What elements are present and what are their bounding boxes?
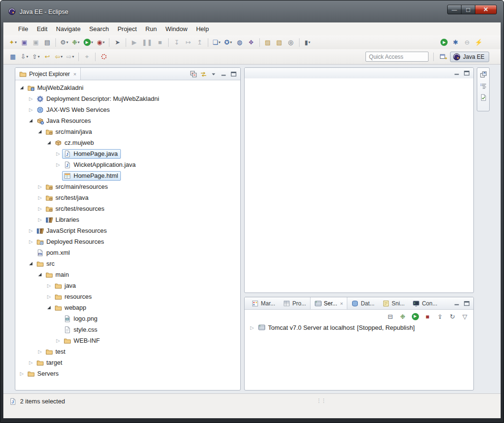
minimize-button[interactable] — [219, 69, 228, 78]
new-wizard-button[interactable]: ✦▾ — [8, 37, 18, 48]
tab-pro[interactable]: Pro... — [279, 297, 310, 309]
publish-server-button[interactable]: ⇪ — [435, 311, 445, 322]
expand-arrow-icon[interactable] — [18, 84, 25, 91]
import-archive-button[interactable]: ▧ — [274, 37, 285, 48]
new-servlet-button[interactable]: ❏▾ — [211, 37, 222, 48]
new-web-service-button[interactable]: ✪▾ — [223, 37, 234, 48]
bottom-minimize-button[interactable] — [452, 299, 461, 308]
new-folder-button[interactable]: ▨ — [263, 37, 273, 48]
run-button[interactable]: ▶▾ — [82, 37, 95, 48]
tab-con[interactable]: Con... — [408, 297, 441, 309]
menu-item-run[interactable]: Run — [141, 23, 161, 34]
debug-button[interactable]: ❉▾ — [71, 37, 81, 48]
tree-item[interactable]: java — [15, 280, 240, 291]
save-button[interactable]: ▣ — [19, 37, 30, 48]
maximize-button[interactable] — [229, 69, 238, 78]
collapse-arrow-icon[interactable] — [36, 348, 43, 355]
collapse-arrow-icon[interactable] — [36, 194, 43, 201]
tree-item[interactable]: src/test/resources — [15, 203, 240, 214]
restore-views-button[interactable] — [479, 70, 488, 79]
collapse-arrow-icon[interactable] — [45, 293, 53, 300]
task-list-view-button[interactable] — [479, 93, 488, 102]
tree-item[interactable]: mpom.xml — [15, 247, 240, 258]
tree-item[interactable]: main — [15, 269, 240, 280]
collapse-arrow-icon[interactable] — [27, 95, 34, 102]
expand-arrow-icon[interactable] — [27, 260, 34, 267]
close-window-button[interactable] — [475, 5, 497, 14]
expand-arrow-icon[interactable] — [36, 128, 43, 135]
collapse-arrow-icon[interactable] — [248, 324, 256, 331]
editor-minimize-button[interactable] — [452, 69, 461, 78]
menu-item-file[interactable]: File — [14, 23, 32, 34]
tree-item[interactable]: Deployment Descriptor: MujWebZakladni — [15, 93, 240, 104]
collapse-arrow-icon[interactable] — [54, 161, 62, 168]
print-button[interactable]: ▤ — [42, 37, 53, 48]
external-tools-button[interactable]: ⚙▾ — [59, 37, 70, 48]
maximize-window-button[interactable] — [461, 5, 475, 14]
open-perspective-button[interactable] — [439, 52, 448, 61]
bottom-maximize-button[interactable] — [462, 299, 471, 308]
menu-item-edit[interactable]: Edit — [32, 23, 52, 34]
tree-item[interactable]: src/main/java — [15, 126, 240, 137]
collapse-arrow-icon[interactable] — [45, 282, 53, 289]
tree-item[interactable]: WEB-INF — [15, 335, 240, 346]
view-menu-button[interactable]: ▽ — [460, 311, 470, 322]
previous-annotation-button[interactable]: ⇧▾ — [31, 52, 41, 62]
expand-arrow-icon[interactable] — [27, 117, 34, 124]
outline-view-button[interactable] — [479, 81, 488, 90]
tree-item[interactable]: logo.png — [15, 313, 240, 324]
clean-server-button[interactable]: ↻ — [447, 311, 458, 322]
tree-item[interactable]: JWicketApplication.java — [15, 159, 240, 170]
collapse-all-button[interactable]: ⊟ — [385, 311, 396, 322]
tree-item[interactable]: HomePage.html — [15, 170, 240, 181]
tab-sni[interactable]: Sni... — [378, 297, 408, 309]
markers-badge-button[interactable]: ▦ — [8, 52, 18, 62]
close-icon[interactable]: × — [340, 301, 343, 306]
more-toolbar-items-button[interactable]: ▮▾ — [302, 37, 313, 48]
run-on-server-button[interactable]: ▶ — [439, 37, 450, 48]
menu-item-window[interactable]: Window — [161, 23, 192, 34]
collapse-all-button[interactable] — [189, 69, 198, 78]
menu-item-help[interactable]: Help — [192, 23, 213, 34]
tab-dat[interactable]: Dat... — [347, 297, 378, 309]
menu-item-search[interactable]: Search — [85, 23, 113, 34]
web-browser-button[interactable]: ◍ — [235, 37, 245, 48]
expand-arrow-icon[interactable] — [45, 139, 53, 146]
tree-item[interactable]: style.css — [15, 324, 240, 335]
collapse-arrow-icon[interactable] — [54, 337, 62, 344]
close-icon[interactable]: × — [73, 71, 76, 77]
tree-item[interactable]: resources — [15, 291, 240, 302]
tab-mar[interactable]: Mar... — [247, 297, 279, 309]
menu-item-project[interactable]: Project — [113, 23, 141, 34]
tree-item[interactable]: JHomePage.java — [15, 148, 240, 159]
collapse-arrow-icon[interactable] — [18, 370, 25, 377]
debug-server-button[interactable]: ❉ — [397, 311, 408, 322]
collapse-arrow-icon[interactable] — [27, 227, 34, 234]
tab-ser[interactable]: Ser...× — [310, 297, 347, 309]
tree-item[interactable]: MujWebZakladni — [15, 82, 240, 93]
tree-item[interactable]: src — [15, 258, 240, 269]
next-annotation-button[interactable]: ⇩▾ — [19, 52, 30, 62]
editor-maximize-button[interactable] — [462, 69, 471, 78]
collapse-arrow-icon[interactable] — [27, 238, 34, 245]
ant-build-button[interactable]: ✱ — [450, 37, 461, 48]
tree-item[interactable]: cz.mujweb — [15, 137, 240, 148]
quick-access-input[interactable] — [365, 52, 429, 62]
tree-item[interactable]: Libraries — [15, 214, 240, 225]
tree-item[interactable]: Deployed Resources — [15, 236, 240, 247]
start-server-button[interactable]: ▶ — [410, 311, 420, 322]
server-row[interactable]: Tomcat v7.0 Server at localhost [Stopped… — [245, 322, 473, 331]
tree-item[interactable]: Servers — [15, 368, 240, 379]
search-button[interactable]: ◎ — [286, 37, 296, 48]
tree-item[interactable]: JavaScript Resources — [15, 225, 240, 236]
link-with-editor-button[interactable] — [199, 69, 208, 78]
last-edit-location-button[interactable]: ↩ — [42, 52, 53, 62]
title-bar[interactable]: Java EE - Eclipse — [0, 0, 504, 22]
collapse-arrow-icon[interactable] — [36, 205, 43, 212]
palette-button[interactable]: ❖ — [246, 37, 257, 48]
coverage-button[interactable]: ◉▾ — [96, 37, 106, 48]
collapse-arrow-icon[interactable] — [27, 106, 34, 113]
collapse-arrow-icon[interactable] — [27, 359, 34, 366]
expand-arrow-icon[interactable] — [45, 304, 53, 311]
view-menu-button[interactable] — [209, 69, 218, 78]
